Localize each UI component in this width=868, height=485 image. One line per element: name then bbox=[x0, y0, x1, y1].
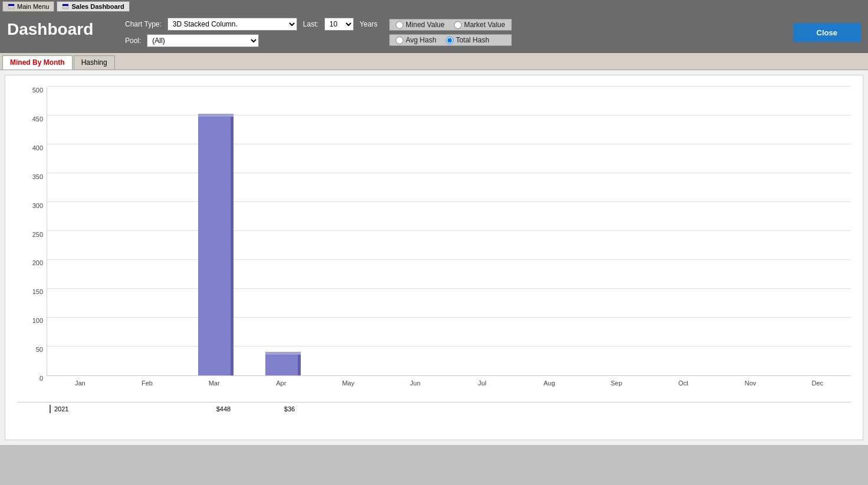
bar-mar-3d-top bbox=[198, 114, 234, 117]
tab-sales-dashboard[interactable]: Sales Dashboard bbox=[57, 1, 129, 12]
legend-values-2021: $448 $36 bbox=[58, 405, 851, 413]
legend-val-feb bbox=[124, 405, 190, 413]
x-label-jun: Jun bbox=[382, 376, 449, 394]
legend-val-jul bbox=[455, 405, 521, 413]
last-select[interactable]: 10 5 3 1 bbox=[324, 18, 354, 31]
title-bar: Main Menu Sales Dashboard bbox=[0, 0, 868, 13]
radio-avg-hash[interactable] bbox=[396, 37, 403, 44]
tab-main-menu[interactable]: Main Menu bbox=[2, 1, 54, 12]
y-label-250: 250 bbox=[17, 232, 47, 238]
bar-dec bbox=[784, 87, 851, 375]
pool-label: Pool: bbox=[125, 37, 141, 45]
chart-container: 0 50 100 150 200 250 300 350 400 450 500 bbox=[5, 75, 863, 440]
radio-group-value: Mined Value Market Value bbox=[389, 19, 512, 31]
legend-val-oct bbox=[653, 405, 719, 413]
x-label-aug: Aug bbox=[516, 376, 583, 394]
chart-type-select[interactable]: 3D Stacked Column. Column Bar Line Pie bbox=[167, 18, 297, 31]
bar-feb bbox=[114, 87, 182, 375]
legend-val-may bbox=[323, 405, 389, 413]
main-menu-icon bbox=[8, 3, 15, 10]
legend-val-nov bbox=[719, 405, 785, 413]
x-label-feb: Feb bbox=[114, 376, 181, 394]
sales-dashboard-icon bbox=[62, 3, 69, 10]
page-title: Dashboard bbox=[7, 18, 113, 39]
legend-row: 2021 $448 $36 bbox=[17, 402, 851, 413]
bar-mar bbox=[181, 87, 248, 375]
bar-apr-2021 bbox=[265, 355, 298, 375]
chart-type-label: Chart Type: bbox=[125, 20, 162, 28]
legend-val-mar: $448 bbox=[190, 405, 257, 413]
tab-hashing[interactable]: Hashing bbox=[74, 55, 115, 70]
main-menu-tab-label: Main Menu bbox=[17, 3, 49, 10]
bar-jun bbox=[382, 87, 449, 375]
x-label-nov: Nov bbox=[717, 376, 784, 394]
svg-rect-3 bbox=[63, 4, 68, 6]
pool-select[interactable]: (All) Pool 1 Pool 2 bbox=[147, 34, 259, 47]
y-label-150: 150 bbox=[17, 289, 47, 295]
close-button[interactable]: Close bbox=[793, 23, 861, 42]
radio-mined-value[interactable] bbox=[396, 21, 403, 29]
bar-sep bbox=[583, 87, 650, 375]
total-hash-label: Total Hash bbox=[456, 36, 489, 44]
x-label-jul: Jul bbox=[449, 376, 516, 394]
y-label-350: 350 bbox=[17, 174, 47, 180]
x-axis: Jan Feb Mar Apr May Jun Jul Aug Sep Oct … bbox=[47, 376, 851, 394]
y-label-300: 300 bbox=[17, 203, 47, 209]
x-label-sep: Sep bbox=[583, 376, 650, 394]
bars-layer bbox=[47, 87, 851, 375]
x-label-jan: Jan bbox=[47, 376, 114, 394]
x-label-mar: Mar bbox=[180, 376, 248, 394]
sales-dashboard-tab-label: Sales Dashboard bbox=[71, 3, 124, 10]
mined-value-label: Mined Value bbox=[406, 21, 445, 29]
bar-apr bbox=[248, 87, 315, 375]
y-label-50: 50 bbox=[17, 347, 47, 353]
x-label-oct: Oct bbox=[650, 376, 717, 394]
chart-plot bbox=[47, 87, 851, 376]
header: Dashboard Chart Type: 3D Stacked Column.… bbox=[0, 13, 868, 53]
legend-color-2021 bbox=[50, 405, 51, 413]
bar-apr-3d-top bbox=[265, 352, 301, 355]
y-label-450: 450 bbox=[17, 116, 47, 123]
legend-val-apr: $36 bbox=[257, 405, 323, 413]
chart-area: 0 50 100 150 200 250 300 350 400 450 500 bbox=[0, 70, 868, 445]
svg-rect-1 bbox=[8, 4, 14, 6]
bar-mar-3d-right bbox=[231, 114, 234, 375]
radio-total-hash[interactable] bbox=[446, 37, 453, 44]
avg-hash-label: Avg Hash bbox=[406, 36, 436, 44]
bar-aug bbox=[516, 87, 583, 375]
bar-oct bbox=[650, 87, 717, 375]
y-label-500: 500 bbox=[17, 87, 47, 94]
y-label-400: 400 bbox=[17, 145, 47, 151]
x-label-may: May bbox=[315, 376, 382, 394]
radio-market-value[interactable] bbox=[454, 21, 462, 29]
y-label-200: 200 bbox=[17, 260, 47, 266]
chart-tabs: Mined By Month Hashing bbox=[0, 53, 868, 70]
bar-mar-2021 bbox=[198, 117, 231, 375]
legend-val-aug bbox=[521, 405, 587, 413]
years-label: Years bbox=[360, 20, 377, 28]
grid-500 bbox=[47, 86, 851, 87]
bar-may bbox=[315, 87, 382, 375]
market-value-label: Market Value bbox=[464, 21, 505, 29]
bar-apr-3d-right bbox=[298, 352, 301, 375]
x-label-apr: Apr bbox=[248, 376, 315, 394]
tab-mined-by-month[interactable]: Mined By Month bbox=[2, 55, 73, 70]
bar-jan bbox=[47, 87, 114, 375]
radio-group-hash: Avg Hash Total Hash bbox=[389, 34, 512, 46]
legend-val-sep bbox=[587, 405, 653, 413]
bar-jul bbox=[449, 87, 516, 375]
y-label-0: 0 bbox=[17, 375, 47, 382]
y-label-100: 100 bbox=[17, 318, 47, 324]
bar-nov bbox=[717, 87, 784, 375]
legend-val-jan bbox=[58, 405, 124, 413]
legend-val-jun bbox=[389, 405, 455, 413]
last-label: Last: bbox=[303, 20, 318, 28]
legend-val-dec bbox=[785, 405, 851, 413]
x-label-dec: Dec bbox=[784, 376, 851, 394]
